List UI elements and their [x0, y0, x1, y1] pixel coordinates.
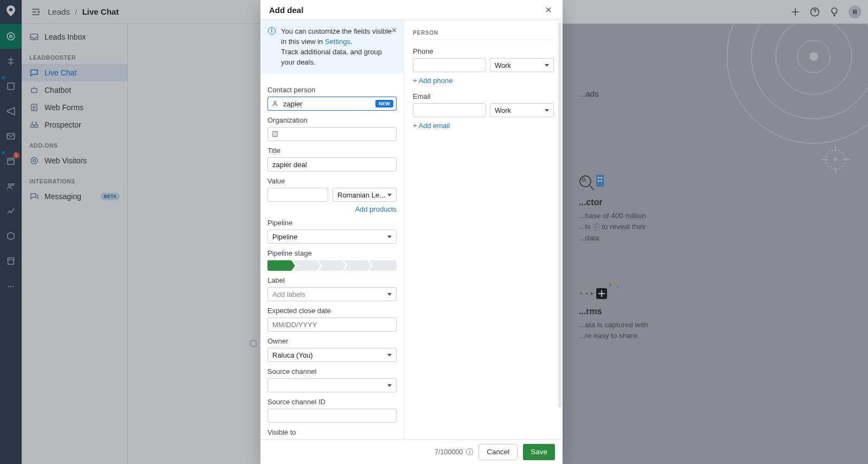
chevron-down-icon: [387, 354, 392, 357]
source-channel-id-label: Source channel ID: [267, 398, 397, 406]
add-deal-modal: Add deal i You can customize the fields …: [260, 0, 563, 464]
email-input[interactable]: [413, 103, 486, 117]
currency-select[interactable]: Romanian Le...: [333, 188, 397, 202]
source-channel-id-input[interactable]: [267, 409, 397, 423]
modal-right-column: PERSON Phone Work + Add phone Email Work…: [404, 20, 563, 439]
person-icon: [271, 100, 279, 107]
pipeline-select[interactable]: Pipeline: [267, 230, 397, 244]
pipeline-label: Pipeline: [267, 219, 397, 227]
phone-input[interactable]: [413, 58, 486, 72]
expected-close-label: Expected close date: [267, 307, 397, 315]
modal-footer: 7/100000 i Cancel Save: [260, 439, 563, 464]
add-email-link[interactable]: + Add email: [413, 122, 554, 130]
count-text: 7/100000: [435, 448, 463, 456]
svg-point-18: [274, 101, 276, 104]
title-input[interactable]: [267, 157, 397, 171]
new-badge: NEW: [375, 100, 393, 107]
chevron-down-icon: [387, 194, 392, 196]
info-icon: i: [268, 27, 276, 35]
label-select[interactable]: Add labels: [267, 287, 397, 301]
person-section-header: PERSON: [413, 30, 554, 40]
modal-title: Add deal: [269, 5, 303, 15]
pipeline-stage-label: Pipeline stage: [267, 249, 397, 257]
modal-header: Add deal: [260, 0, 563, 20]
stage-3[interactable]: [318, 260, 346, 271]
visible-to-label: Visible to: [267, 428, 397, 436]
pipeline-stage-selector[interactable]: [267, 260, 397, 271]
value-label: Value: [267, 177, 397, 185]
source-channel-label: Source channel: [267, 367, 397, 376]
chevron-down-icon: [387, 384, 392, 387]
chevron-down-icon: [545, 109, 549, 112]
dismiss-banner-icon[interactable]: [390, 26, 398, 34]
add-products-link[interactable]: Add products: [267, 205, 397, 213]
email-label: Email: [413, 92, 554, 100]
save-button[interactable]: Save: [523, 444, 555, 460]
owner-label: Owner: [267, 337, 397, 345]
modal-scrollbar[interactable]: [557, 20, 563, 439]
building-icon: [271, 130, 279, 138]
value-input[interactable]: [267, 188, 328, 202]
stage-4[interactable]: [343, 260, 371, 271]
owner-select[interactable]: Raluca (You): [267, 348, 397, 362]
label-label: Label: [267, 276, 397, 284]
info-banner: i You can customize the fields visible i…: [260, 20, 404, 74]
contact-person-label: Contact person: [267, 86, 397, 94]
title-label: Title: [267, 147, 397, 155]
chevron-down-icon: [387, 236, 392, 238]
source-channel-select[interactable]: [267, 378, 397, 392]
organization-input[interactable]: [267, 127, 397, 141]
svg-rect-19: [273, 132, 277, 137]
chevron-down-icon: [387, 293, 392, 296]
add-phone-link[interactable]: + Add phone: [413, 77, 554, 85]
chevron-down-icon: [545, 64, 549, 67]
stage-2[interactable]: [293, 260, 321, 271]
close-icon[interactable]: [543, 4, 554, 15]
modal-left-column: i You can customize the fields visible i…: [260, 20, 404, 439]
settings-link[interactable]: Settings: [325, 37, 350, 46]
info-icon[interactable]: i: [466, 448, 473, 455]
phone-type-select[interactable]: Work: [490, 58, 554, 72]
cancel-button[interactable]: Cancel: [478, 444, 518, 460]
organization-label: Organization: [267, 116, 397, 124]
stage-5[interactable]: [369, 260, 397, 271]
stage-1[interactable]: [267, 260, 295, 271]
expected-close-input[interactable]: [267, 317, 397, 332]
email-type-select[interactable]: Work: [490, 103, 554, 117]
phone-label: Phone: [413, 47, 554, 55]
